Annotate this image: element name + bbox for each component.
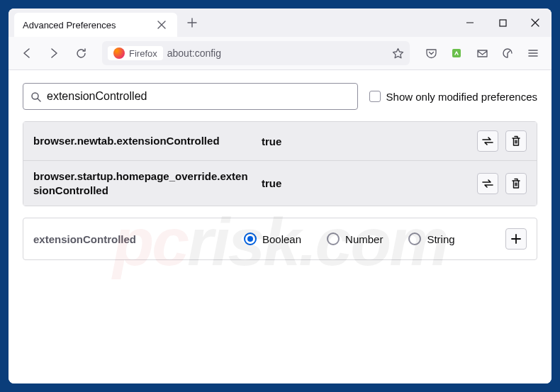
menu-icon[interactable] (522, 42, 544, 65)
pref-row[interactable]: browser.newtab.extensionControlled true (23, 122, 537, 160)
pref-value: true (262, 135, 469, 147)
radio-label: Number (345, 233, 383, 245)
search-icon (30, 91, 41, 102)
firefox-icon (113, 47, 125, 59)
window-controls (454, 9, 551, 37)
pref-name: browser.newtab.extensionControlled (33, 134, 253, 148)
page-content: Show only modified preferences browser.n… (9, 70, 551, 383)
search-box[interactable] (23, 83, 358, 110)
search-input[interactable] (47, 90, 350, 103)
forward-button[interactable] (43, 42, 65, 65)
bookmark-star-icon[interactable] (392, 47, 404, 60)
type-radio-group: Boolean Number String (244, 233, 497, 245)
url-bar[interactable]: Firefox (102, 41, 410, 65)
pref-actions (477, 130, 527, 152)
nav-toolbar: Firefox (9, 37, 551, 70)
radio-boolean[interactable]: Boolean (244, 233, 301, 245)
identity-box[interactable]: Firefox (108, 46, 163, 60)
close-window-button[interactable] (519, 9, 551, 37)
extension-icon[interactable] (445, 42, 468, 65)
pref-actions (477, 173, 527, 194)
inbox-icon[interactable] (471, 42, 493, 65)
tab-advanced-preferences[interactable]: Advanced Preferences (14, 13, 177, 37)
back-button[interactable] (16, 42, 38, 65)
titlebar: Advanced Preferences (9, 9, 551, 37)
browser-window: Advanced Preferences (9, 9, 551, 383)
delete-button[interactable] (505, 130, 527, 152)
close-tab-icon[interactable] (155, 18, 169, 32)
pref-value: true (262, 177, 469, 189)
search-row: Show only modified preferences (23, 83, 537, 110)
new-pref-name: extensionControlled (33, 233, 235, 245)
pref-row[interactable]: browser.startup.homepage_override.extens… (23, 160, 537, 206)
url-input[interactable] (167, 47, 388, 59)
radio-icon (408, 233, 421, 245)
radio-string[interactable]: String (408, 233, 454, 245)
svg-rect-1 (452, 49, 461, 57)
maximize-button[interactable] (486, 9, 519, 37)
vpn-icon[interactable] (496, 42, 519, 65)
pref-name: browser.startup.homepage_override.extens… (33, 169, 253, 197)
add-button[interactable] (505, 228, 527, 250)
show-modified-checkbox[interactable]: Show only modified preferences (369, 91, 537, 103)
checkbox-icon (369, 91, 381, 102)
radio-label: Boolean (262, 233, 301, 245)
radio-label: String (427, 233, 454, 245)
toggle-button[interactable] (477, 130, 498, 152)
reload-button[interactable] (69, 42, 92, 65)
radio-icon (244, 233, 257, 245)
pref-results: browser.newtab.extensionControlled true … (23, 121, 537, 206)
minimize-button[interactable] (454, 9, 486, 37)
tab-title: Advanced Preferences (23, 20, 116, 30)
toggle-button[interactable] (477, 173, 498, 194)
new-pref-row: extensionControlled Boolean Number Strin… (23, 218, 537, 260)
delete-button[interactable] (505, 173, 527, 194)
new-tab-button[interactable] (181, 12, 203, 33)
radio-number[interactable]: Number (327, 233, 383, 245)
toolbar-icons (420, 42, 544, 65)
radio-icon (327, 233, 340, 245)
pocket-icon[interactable] (420, 42, 442, 65)
identity-label: Firefox (129, 48, 157, 59)
svg-rect-0 (500, 20, 506, 26)
checkbox-label-text: Show only modified preferences (386, 91, 537, 103)
